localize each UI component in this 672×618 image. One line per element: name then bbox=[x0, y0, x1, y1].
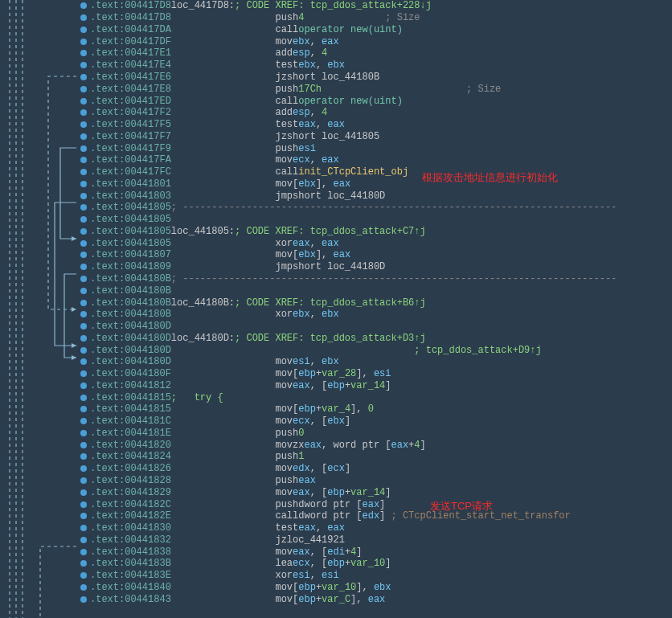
asm-line[interactable]: .text:00441829 mov eax, [ebp+var_14] bbox=[80, 486, 672, 498]
asm-line[interactable]: .text:00441824 push 1 bbox=[80, 451, 672, 463]
asm-line[interactable]: .text:0044181E push 0 bbox=[80, 428, 672, 440]
breakpoint-dot[interactable] bbox=[80, 2, 87, 9]
asm-line[interactable]: .text:00441812 mov eax, [ebp+var_14] bbox=[80, 380, 672, 392]
asm-line[interactable]: .text:0044182E call dword ptr [edx] ; CT… bbox=[80, 510, 672, 522]
asm-line[interactable]: .text:004417D8 loc_4417D8: ; CODE XREF: … bbox=[80, 0, 672, 12]
breakpoint-dot[interactable] bbox=[80, 489, 87, 496]
asm-line[interactable]: .text:004417E6 jz short loc_44180B bbox=[80, 72, 672, 84]
breakpoint-dot[interactable] bbox=[80, 98, 87, 104]
breakpoint-dot[interactable] bbox=[80, 477, 87, 484]
breakpoint-dot[interactable] bbox=[80, 525, 87, 531]
asm-line[interactable]: .text:00441805 ; -----------------------… bbox=[80, 202, 672, 214]
breakpoint-dot[interactable] bbox=[80, 430, 87, 436]
breakpoint-dot[interactable] bbox=[80, 39, 87, 45]
asm-line[interactable]: .text:004417FA mov ecx, eax bbox=[80, 154, 672, 166]
asm-line[interactable]: .text:00441801 mov [ebx], eax bbox=[80, 178, 672, 190]
breakpoint-dot[interactable] bbox=[80, 465, 87, 472]
breakpoint-dot[interactable] bbox=[80, 204, 87, 211]
asm-line[interactable]: .text:004417F7 jz short loc_441805 bbox=[80, 130, 672, 142]
asm-line[interactable]: .text:00441840 mov [ebp+var_10], ebx bbox=[80, 582, 672, 594]
breakpoint-dot[interactable] bbox=[80, 86, 87, 92]
breakpoint-dot[interactable] bbox=[80, 193, 87, 199]
asm-line[interactable]: .text:0044180B bbox=[80, 284, 672, 297]
asm-line[interactable]: .text:0044183E xor esi, esi bbox=[80, 570, 672, 582]
breakpoint-dot[interactable] bbox=[80, 572, 87, 579]
breakpoint-dot[interactable] bbox=[80, 584, 87, 591]
asm-line[interactable]: .text:00441815 ; try { bbox=[80, 391, 672, 403]
asm-line[interactable]: .text:0044182C push dword ptr [eax] bbox=[80, 498, 672, 510]
breakpoint-dot[interactable] bbox=[80, 300, 87, 306]
disassembly-listing[interactable]: .text:004417D8 loc_4417D8: ; CODE XREF: … bbox=[80, 0, 672, 605]
asm-line[interactable]: .text:004417DF mov ebx, eax bbox=[80, 35, 672, 47]
breakpoint-dot[interactable] bbox=[80, 240, 87, 247]
asm-line[interactable]: .text:00441805 loc_441805: ; CODE XREF: … bbox=[80, 226, 672, 238]
asm-line[interactable]: .text:00441805 bbox=[80, 214, 672, 226]
asm-line[interactable]: .text:0044180B xor ebx, ebx bbox=[80, 309, 672, 321]
breakpoint-dot[interactable] bbox=[80, 264, 87, 270]
breakpoint-dot[interactable] bbox=[80, 395, 87, 401]
breakpoint-dot[interactable] bbox=[80, 121, 87, 128]
asm-line[interactable]: .text:0044180D loc_44180D: ; CODE XREF: … bbox=[80, 332, 672, 344]
breakpoint-dot[interactable] bbox=[80, 335, 87, 342]
breakpoint-dot[interactable] bbox=[80, 109, 87, 116]
breakpoint-dot[interactable] bbox=[80, 513, 87, 519]
breakpoint-dot[interactable] bbox=[80, 14, 87, 21]
asm-line[interactable]: .text:0044180B loc_44180B: ; CODE XREF: … bbox=[80, 297, 672, 309]
asm-line[interactable]: .text:00441828 push eax bbox=[80, 475, 672, 487]
breakpoint-dot[interactable] bbox=[80, 501, 87, 508]
breakpoint-dot[interactable] bbox=[80, 169, 87, 175]
asm-line[interactable]: .text:00441843 mov [ebp+var_C], eax bbox=[80, 593, 672, 605]
asm-line[interactable]: .text:0044180D ; tcp_ddos_attack+D9↑j bbox=[80, 344, 672, 356]
breakpoint-dot[interactable] bbox=[80, 418, 87, 424]
breakpoint-dot[interactable] bbox=[80, 181, 87, 187]
breakpoint-dot[interactable] bbox=[80, 276, 87, 282]
asm-line[interactable]: .text:00441830 test eax, eax bbox=[80, 522, 672, 534]
asm-line[interactable]: .text:004417E8 push 17Ch ; Size bbox=[80, 83, 672, 95]
breakpoint-dot[interactable] bbox=[80, 228, 87, 235]
asm-line[interactable]: .text:004417E1 add esp, 4 bbox=[80, 47, 672, 59]
asm-line[interactable]: .text:004417F2 add esp, 4 bbox=[80, 107, 672, 119]
breakpoint-dot[interactable] bbox=[80, 50, 87, 56]
breakpoint-dot[interactable] bbox=[80, 537, 87, 543]
asm-line[interactable]: .text:00441809 jmp short loc_44180D bbox=[80, 261, 672, 273]
breakpoint-dot[interactable] bbox=[80, 596, 87, 603]
breakpoint-dot[interactable] bbox=[80, 216, 87, 223]
asm-line[interactable]: .text:004417DA call operator new(uint) bbox=[80, 24, 672, 36]
asm-line[interactable]: .text:004417E4 test ebx, ebx bbox=[80, 59, 672, 72]
breakpoint-dot[interactable] bbox=[80, 27, 87, 33]
breakpoint-dot[interactable] bbox=[80, 347, 87, 354]
asm-line[interactable]: .text:00441803 jmp short loc_44180D bbox=[80, 190, 672, 202]
asm-line[interactable]: .text:0044183B lea ecx, [ebp+var_10] bbox=[80, 558, 672, 570]
asm-line[interactable]: .text:004417F9 push esi bbox=[80, 142, 672, 154]
asm-line[interactable]: .text:00441805 xor eax, eax bbox=[80, 237, 672, 249]
asm-line[interactable]: .text:00441826 mov edx, [ecx] bbox=[80, 463, 672, 475]
breakpoint-dot[interactable] bbox=[80, 442, 87, 448]
asm-line[interactable]: .text:004417D8 push 4 ; Size bbox=[80, 12, 672, 24]
breakpoint-dot[interactable] bbox=[80, 157, 87, 163]
breakpoint-dot[interactable] bbox=[80, 252, 87, 258]
asm-line[interactable]: .text:0044180D mov esi, ebx bbox=[80, 356, 672, 368]
asm-line[interactable]: .text:00441807 mov [ebx], eax bbox=[80, 249, 672, 261]
breakpoint-dot[interactable] bbox=[80, 62, 87, 68]
asm-line[interactable]: .text:0044181C mov ecx, [ebx] bbox=[80, 415, 672, 428]
asm-line[interactable]: .text:00441820 movzx eax, word ptr [eax+… bbox=[80, 439, 672, 451]
asm-line[interactable]: .text:004417ED call operator new(uint) bbox=[80, 95, 672, 107]
breakpoint-dot[interactable] bbox=[80, 370, 87, 377]
asm-line[interactable]: .text:00441815 mov [ebp+var_4], 0 bbox=[80, 403, 672, 415]
breakpoint-dot[interactable] bbox=[80, 383, 87, 389]
breakpoint-dot[interactable] bbox=[80, 406, 87, 412]
asm-line[interactable]: .text:0044180B ; -----------------------… bbox=[80, 273, 672, 285]
breakpoint-dot[interactable] bbox=[80, 560, 87, 567]
breakpoint-dot[interactable] bbox=[80, 453, 87, 460]
breakpoint-dot[interactable] bbox=[80, 358, 87, 365]
breakpoint-dot[interactable] bbox=[80, 311, 87, 317]
asm-line[interactable]: .text:00441832 jz loc_441921 bbox=[80, 534, 672, 546]
breakpoint-dot[interactable] bbox=[80, 288, 87, 294]
breakpoint-dot[interactable] bbox=[80, 74, 87, 80]
asm-line[interactable]: .text:004417FC call init_CTcpClient_obj bbox=[80, 166, 672, 178]
breakpoint-dot[interactable] bbox=[80, 133, 87, 140]
breakpoint-dot[interactable] bbox=[80, 145, 87, 152]
breakpoint-dot[interactable] bbox=[80, 323, 87, 329]
asm-line[interactable]: .text:0044180F mov [ebp+var_28], esi bbox=[80, 368, 672, 380]
asm-line[interactable]: .text:0044180D bbox=[80, 321, 672, 333]
